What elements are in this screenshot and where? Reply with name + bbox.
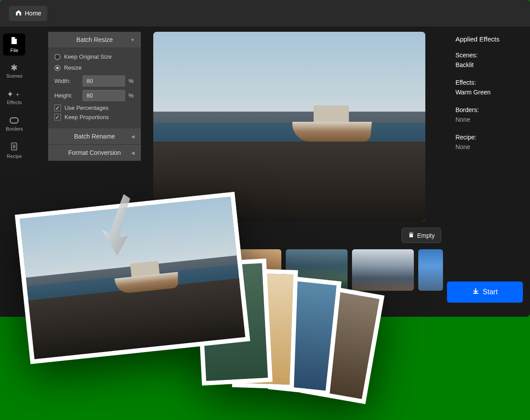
sidebar-item-borders[interactable]: Borders [3, 113, 25, 135]
border-icon [10, 116, 19, 125]
sidebar-label: Recipe [7, 154, 22, 159]
total-count: Total 12 pieces [184, 232, 225, 239]
accordion-label: Batch Rename [74, 133, 115, 140]
radio-on-icon [54, 65, 61, 71]
chevron-left-icon: ◀ [131, 134, 135, 139]
chevron-left-icon: ◀ [131, 150, 135, 155]
file-icon [10, 36, 19, 46]
checkbox-label: Keep Proportions [64, 114, 109, 120]
thumbnail[interactable] [153, 249, 215, 291]
empty-label: Empty [417, 232, 435, 239]
add-images-label: Images [155, 232, 176, 239]
preview-ground [153, 142, 425, 221]
scenes-label: Scenes: [455, 52, 523, 59]
accordion-format-conversion[interactable]: Format Conversion ◀ [48, 145, 141, 161]
thumbnail[interactable] [418, 249, 443, 291]
sidebar-label: File [11, 48, 19, 53]
header-bar: Home [0, 0, 530, 26]
width-row: Width: % [54, 75, 135, 86]
scenes-value: Backlit [455, 61, 523, 68]
effects-value: Warm Green [455, 89, 523, 96]
thumbnail[interactable] [286, 249, 348, 291]
sidebar-label: Borders [6, 126, 23, 131]
app-window: Home File ✱ Scenes ✦﹢ Effects [0, 0, 530, 317]
sidebar-label: Effects [7, 100, 22, 105]
checkbox-on-icon: ✓ [54, 114, 61, 120]
sidebar-item-file[interactable]: File [3, 34, 25, 56]
recipe-label: Recipe: [455, 134, 523, 141]
radio-resize[interactable]: Resize [54, 64, 135, 71]
borders-value: None [455, 116, 523, 123]
preview-image [153, 32, 425, 221]
panel-box: Batch Resize ▼ Keep Original Size Resize… [48, 32, 141, 161]
thumbnail[interactable] [352, 249, 414, 291]
accordion-batch-resize[interactable]: Batch Resize ▼ [48, 32, 141, 48]
radio-label: Keep Original Size [64, 53, 112, 60]
chevron-down-icon: ▼ [130, 38, 135, 42]
home-label: Home [25, 10, 41, 17]
home-button[interactable]: Home [9, 6, 47, 21]
start-button[interactable]: Start [447, 281, 523, 303]
height-row: Height: % [54, 90, 135, 101]
effects-label: Effects: [455, 79, 523, 86]
settings-panel: Batch Resize ▼ Keep Original Size Resize… [29, 26, 148, 317]
checkbox-keep-proportions[interactable]: ✓ Keep Proportions [54, 114, 135, 120]
accordion-label: Batch Resize [76, 36, 113, 43]
checkbox-use-percentages[interactable]: ✓ Use Percentages [54, 105, 135, 111]
main-body: File ✱ Scenes ✦﹢ Effects Borders Recip [0, 26, 530, 317]
radio-off-icon [54, 54, 61, 60]
center-area: Images Total 12 pieces Empty [148, 26, 448, 317]
unit-label: % [129, 92, 134, 99]
sun-icon: ✱ [11, 64, 18, 72]
sidebar-item-effects[interactable]: ✦﹢ Effects [3, 86, 25, 109]
start-label: Start [483, 288, 498, 296]
width-input[interactable] [83, 75, 125, 86]
sidebar-item-scenes[interactable]: ✱ Scenes [3, 60, 25, 82]
radio-label: Resize [64, 64, 82, 71]
thumbnail[interactable] [220, 249, 281, 291]
width-label: Width: [54, 78, 79, 84]
trash-icon [408, 232, 414, 239]
recipe-value: None [455, 143, 523, 150]
unit-label: % [129, 78, 134, 84]
clipboard-icon [11, 142, 18, 152]
svg-rect-0 [10, 118, 18, 123]
empty-button[interactable]: Empty [401, 228, 441, 243]
thumbnails-row[interactable] [153, 249, 443, 291]
sidebar-label: Scenes [6, 73, 23, 79]
height-label: Height: [54, 92, 79, 99]
accordion-label: Format Conversion [68, 149, 121, 156]
toolbar-left: Images Total 12 pieces [155, 232, 226, 239]
borders-label: Borders: [455, 106, 523, 113]
boat-graphic [292, 102, 371, 142]
sparkle-icon: ✦﹢ [7, 90, 22, 98]
checkbox-on-icon: ✓ [54, 105, 61, 111]
sidebar-item-recipe[interactable]: Recipe [3, 139, 25, 161]
effects-panel: Applied Effects Scenes: Backlit Effects:… [448, 26, 530, 317]
checkbox-label: Use Percentages [64, 105, 109, 111]
sidebar: File ✱ Scenes ✦﹢ Effects Borders Recip [0, 26, 29, 317]
height-input[interactable] [83, 90, 125, 101]
accordion-body: Keep Original Size Resize Width: % Heigh… [48, 48, 141, 128]
effects-title: Applied Effects [455, 35, 523, 43]
download-icon [472, 288, 479, 296]
image-toolbar: Images Total 12 pieces Empty [153, 221, 443, 249]
accordion-batch-rename[interactable]: Batch Rename ◀ [48, 128, 141, 145]
add-images-button[interactable]: Images [155, 232, 176, 239]
home-icon [15, 9, 22, 18]
radio-keep-original[interactable]: Keep Original Size [54, 53, 135, 60]
